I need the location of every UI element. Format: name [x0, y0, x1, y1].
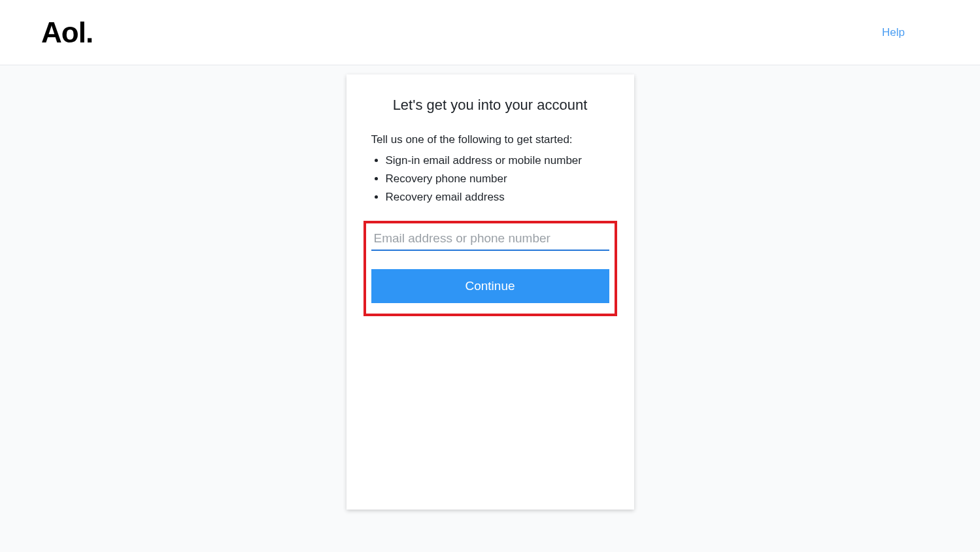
aol-logo: Aol. [41, 16, 93, 49]
recovery-input[interactable] [371, 227, 609, 251]
list-item: Recovery phone number [386, 170, 609, 188]
help-link[interactable]: Help [882, 26, 905, 39]
highlight-box: Continue [363, 221, 617, 316]
option-list: Sign-in email address or mobile number R… [371, 152, 609, 206]
recovery-card: Let's get you into your account Tell us … [346, 74, 634, 510]
instruction-text: Tell us one of the following to get star… [371, 133, 609, 146]
header: Aol. Help [0, 0, 980, 65]
card-title: Let's get you into your account [371, 97, 609, 114]
list-item: Sign-in email address or mobile number [386, 152, 609, 170]
continue-button[interactable]: Continue [371, 269, 609, 303]
list-item: Recovery email address [386, 188, 609, 206]
